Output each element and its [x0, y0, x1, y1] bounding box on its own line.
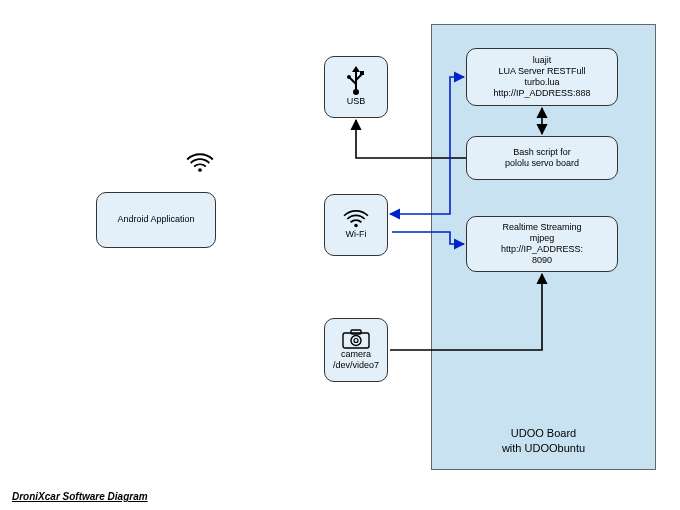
- bash-line2: pololu servo board: [505, 158, 579, 169]
- lua-line4: http://IP_ADDRESS:888: [493, 88, 590, 99]
- camera-line1: camera: [341, 349, 371, 360]
- wifi-free-icon: [186, 152, 214, 174]
- svg-rect-8: [351, 330, 361, 334]
- wifi-icon: [343, 209, 369, 229]
- udoo-board-title: UDOO Board with UDOObuntu: [432, 426, 655, 455]
- camera-line2: /dev/video7: [333, 360, 379, 371]
- camera-node: camera /dev/video7: [324, 318, 388, 382]
- svg-point-6: [354, 224, 357, 227]
- stream-line2: mjpeg: [530, 233, 555, 244]
- svg-point-10: [354, 338, 358, 342]
- wifi-label: Wi-Fi: [346, 229, 367, 240]
- streaming-node: Realtime Streaming mjpeg http://IP_ADDRE…: [466, 216, 618, 272]
- usb-node: USB: [324, 56, 388, 118]
- bash-line1: Bash script for: [513, 147, 571, 158]
- svg-point-9: [351, 335, 361, 345]
- lua-server-node: luajit LUA Server RESTFull turbo.lua htt…: [466, 48, 618, 106]
- svg-point-4: [347, 75, 351, 79]
- wifi-node: Wi-Fi: [324, 194, 388, 256]
- svg-marker-3: [352, 66, 360, 72]
- usb-label: USB: [347, 96, 366, 107]
- svg-rect-5: [360, 71, 364, 75]
- lua-line2: LUA Server RESTFull: [498, 66, 585, 77]
- stream-line4: 8090: [532, 255, 552, 266]
- svg-point-0: [198, 168, 202, 172]
- camera-icon: [342, 329, 370, 349]
- lua-line3: turbo.lua: [524, 77, 559, 88]
- udoo-title-line2: with UDOObuntu: [502, 442, 585, 454]
- android-app-node: Android Application: [96, 192, 216, 248]
- diagram-caption: DroniXcar Software Diagram: [12, 491, 148, 502]
- android-app-label: Android Application: [117, 214, 194, 225]
- stream-line3: http://IP_ADDRESS:: [501, 244, 583, 255]
- udoo-title-line1: UDOO Board: [511, 427, 576, 439]
- lua-line1: luajit: [533, 55, 552, 66]
- usb-icon: [344, 66, 368, 96]
- stream-line1: Realtime Streaming: [502, 222, 581, 233]
- bash-script-node: Bash script for pololu servo board: [466, 136, 618, 180]
